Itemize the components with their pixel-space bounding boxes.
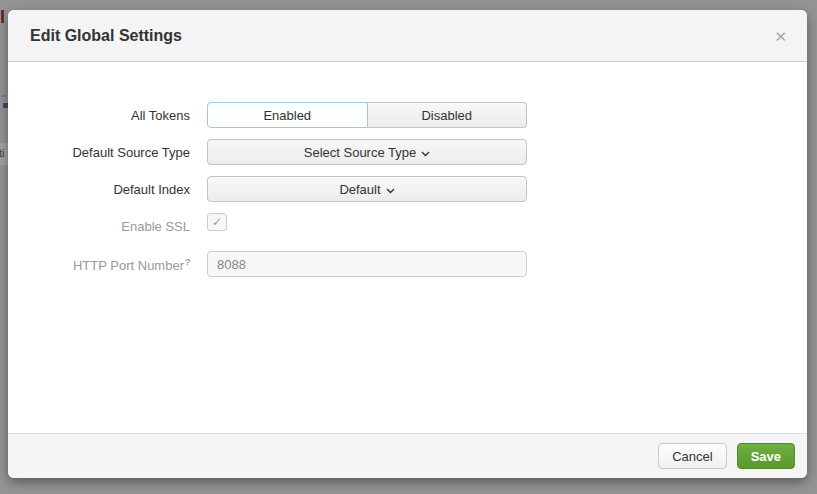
all-tokens-toggle: Enabled Disabled bbox=[207, 102, 527, 128]
form-row-all-tokens: All Tokens Enabled Disabled bbox=[8, 102, 807, 128]
save-button[interactable]: Save bbox=[737, 443, 795, 469]
default-index-dropdown[interactable]: Default bbox=[207, 176, 527, 202]
http-port-label: HTTP Port Number? bbox=[8, 251, 190, 273]
form-row-http-port: HTTP Port Number? bbox=[8, 251, 807, 277]
help-tooltip-icon[interactable]: ? bbox=[185, 257, 190, 267]
dialog-title: Edit Global Settings bbox=[30, 27, 182, 45]
dialog-body: All Tokens Enabled Disabled Default Sour… bbox=[8, 62, 807, 433]
form-row-enable-ssl: Enable SSL ✓ bbox=[8, 213, 807, 234]
close-icon[interactable]: ✕ bbox=[774, 28, 787, 43]
background-fragment bbox=[1, 95, 6, 97]
default-source-type-value: Select Source Type bbox=[304, 145, 417, 160]
default-source-type-label: Default Source Type bbox=[8, 139, 190, 160]
chevron-down-icon bbox=[421, 145, 430, 160]
default-index-value: Default bbox=[339, 182, 380, 197]
form-row-default-index: Default Index Default bbox=[8, 176, 807, 202]
all-tokens-enabled-button[interactable]: Enabled bbox=[207, 102, 368, 128]
cancel-button[interactable]: Cancel bbox=[658, 443, 726, 469]
checkmark-icon: ✓ bbox=[212, 215, 222, 229]
form-row-default-source-type: Default Source Type Select Source Type bbox=[8, 139, 807, 165]
enable-ssl-label: Enable SSL bbox=[8, 213, 190, 234]
default-index-label: Default Index bbox=[8, 176, 190, 197]
edit-global-settings-dialog: Edit Global Settings ✕ All Tokens Enable… bbox=[8, 10, 807, 478]
all-tokens-label: All Tokens bbox=[8, 102, 190, 123]
dialog-footer: Cancel Save bbox=[8, 433, 807, 478]
http-port-input[interactable] bbox=[207, 251, 527, 277]
enable-ssl-checkbox[interactable]: ✓ bbox=[207, 213, 227, 231]
dialog-header: Edit Global Settings ✕ bbox=[8, 10, 807, 62]
all-tokens-disabled-button[interactable]: Disabled bbox=[368, 102, 528, 128]
chevron-down-icon bbox=[386, 182, 395, 197]
background-clipped-text: ti bbox=[0, 143, 8, 165]
default-source-type-dropdown[interactable]: Select Source Type bbox=[207, 139, 527, 165]
